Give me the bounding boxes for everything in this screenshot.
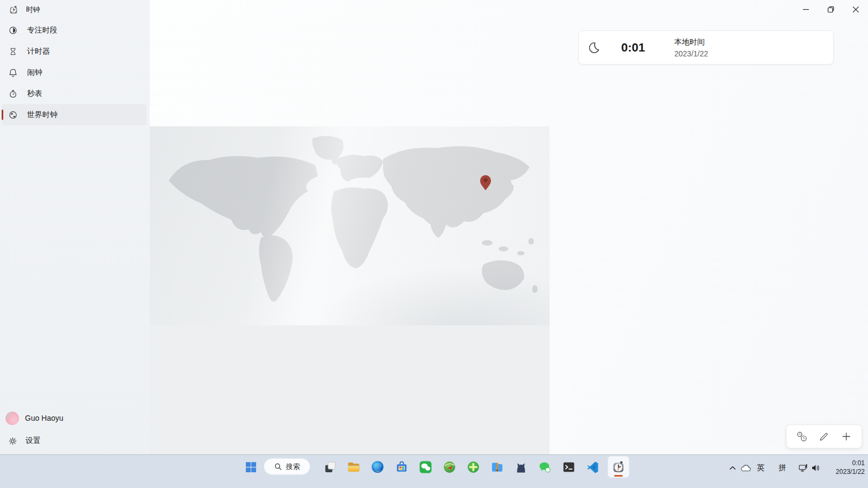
map-lower-panel: [150, 325, 550, 454]
taskbar-app-wechat[interactable]: [414, 456, 436, 478]
taskbar-app-download-manager[interactable]: [438, 456, 460, 478]
sidebar-item-stopwatch[interactable]: 秒表: [2, 83, 146, 104]
minimize-button[interactable]: [793, 0, 818, 18]
sidebar-item-label: 专注时段: [27, 25, 58, 35]
sidebar-item-label: 计时器: [27, 47, 50, 56]
download-manager-globe-icon: [443, 460, 456, 474]
sidebar-item-settings[interactable]: 设置: [5, 433, 41, 449]
moon-icon: [588, 41, 601, 54]
tray-date: 2023/1/22: [830, 468, 865, 477]
tray-onedrive[interactable]: [741, 464, 751, 472]
add-city-button[interactable]: [837, 427, 856, 446]
sidebar-item-timer[interactable]: 计时器: [2, 41, 146, 62]
restore-icon: [827, 6, 834, 13]
taskbar-app-microsoft-store[interactable]: [391, 456, 412, 478]
close-icon: [852, 6, 859, 13]
sidebar-item-alarm[interactable]: 闹钟: [2, 62, 146, 83]
taskbar: 搜索: [0, 454, 868, 488]
sidebar-item-world-clock[interactable]: 世界时钟: [2, 104, 146, 125]
antivirus-icon: [467, 460, 480, 474]
tray-lang-english[interactable]: 英: [756, 463, 765, 473]
world-map: [150, 126, 550, 325]
microsoft-store-icon: [395, 460, 409, 474]
local-time-value: 0:01: [621, 41, 652, 55]
sidebar-nav: 专注时段 计时器: [2, 20, 146, 125]
world-map-svg: [150, 126, 550, 325]
taskbar-app-edge[interactable]: [367, 456, 388, 478]
sidebar: 时钟 专注时段: [0, 0, 150, 454]
tray-time: 0:01: [830, 459, 865, 468]
sidebar-item-label: 世界时钟: [27, 110, 58, 120]
taskbar-search[interactable]: 搜索: [264, 458, 310, 475]
chevron-up-icon: [729, 465, 736, 471]
sidebar-item-label: 秒表: [27, 89, 42, 99]
tray-chevron-up[interactable]: [729, 465, 736, 471]
sidebar-item-focus-sessions[interactable]: 专注时段: [2, 20, 146, 41]
clock-app-window: 时钟 专注时段: [0, 0, 868, 454]
app-title-label: 时钟: [26, 5, 40, 15]
minimize-icon: [802, 6, 809, 13]
task-view-icon: [323, 460, 337, 474]
world-clock-toolbar: [786, 425, 862, 448]
edge-browser-icon: [371, 460, 385, 474]
tablet-display-icon: [798, 463, 808, 473]
world-clock-page: 0:01 本地时间 2023/1/22: [150, 0, 868, 454]
taskbar-app-clock-active[interactable]: [608, 456, 629, 478]
taskbar-app-messenger[interactable]: [534, 456, 556, 478]
user-name: Guo Haoyu: [25, 414, 63, 422]
taskbar-app-terminal[interactable]: [558, 456, 579, 478]
start-button[interactable]: [240, 456, 261, 478]
vscode-icon: [586, 460, 599, 474]
app-title: 时钟: [8, 4, 40, 15]
local-time-date: 2023/1/22: [674, 49, 708, 58]
clock-app-icon: [8, 4, 20, 16]
local-time-label: 本地时间: [674, 37, 708, 47]
edit-button[interactable]: [814, 427, 834, 446]
compare-times-icon: [796, 431, 807, 442]
timer-icon: [7, 46, 19, 57]
taskbar-app-archiver[interactable]: [486, 456, 508, 478]
window-controls: [793, 0, 868, 18]
tray-display-pen[interactable]: [797, 463, 808, 473]
gear-icon: [8, 436, 17, 446]
tray-ime-pinyin[interactable]: 拼: [778, 463, 787, 473]
search-label: 搜索: [286, 462, 300, 472]
alarm-icon: [7, 67, 19, 79]
taskbar-app-clash[interactable]: [510, 456, 532, 478]
taskbar-app-file-explorer[interactable]: [343, 456, 365, 478]
edit-pencil-icon: [819, 431, 829, 442]
plus-icon: [841, 431, 852, 442]
avatar: [5, 412, 19, 425]
file-explorer-icon: [347, 460, 361, 474]
restore-button[interactable]: [818, 0, 843, 18]
speaker-icon: [810, 463, 821, 473]
compare-times-button[interactable]: [792, 427, 812, 446]
taskbar-app-vscode[interactable]: [582, 456, 603, 478]
windows-start-icon: [244, 460, 258, 474]
taskbar-apps: 搜索: [240, 456, 631, 478]
taskbar-app-antivirus[interactable]: [462, 456, 484, 478]
clock-app-icon: [611, 460, 626, 474]
chat-bubble-icon: [538, 460, 552, 474]
terminal-icon: [562, 460, 576, 474]
archiver-zip-folder-icon: [490, 460, 504, 474]
taskbar-app-task-view[interactable]: [319, 456, 341, 478]
cloud-icon: [741, 464, 751, 472]
cat-app-icon: [514, 460, 528, 474]
focus-sessions-icon: [7, 24, 19, 36]
world-clock-icon: [7, 109, 19, 121]
system-tray: 英 拼 0:01 2023/1/22: [729, 458, 865, 478]
screen: 时钟 专注时段: [0, 0, 868, 488]
stopwatch-icon: [7, 88, 19, 100]
search-icon: [274, 463, 282, 471]
close-button[interactable]: [843, 0, 868, 18]
user-account[interactable]: Guo Haoyu: [5, 410, 63, 426]
sidebar-item-label: 闹钟: [27, 68, 42, 78]
settings-label: 设置: [25, 436, 41, 446]
wechat-icon: [419, 460, 432, 474]
local-time-card[interactable]: 0:01 本地时间 2023/1/22: [578, 30, 834, 65]
tray-volume[interactable]: [810, 463, 821, 473]
tray-clock[interactable]: 0:01 2023/1/22: [830, 459, 865, 476]
